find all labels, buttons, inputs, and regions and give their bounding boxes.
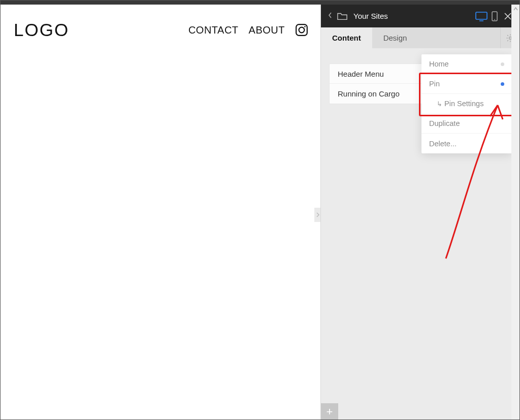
site-preview-canvas: LOGO CONTACT ABOUT <box>1 5 321 420</box>
svg-rect-0 <box>296 24 307 36</box>
tab-design[interactable]: Design <box>372 27 418 48</box>
add-page-button[interactable]: + <box>321 403 338 420</box>
svg-point-2 <box>304 26 306 27</box>
browser-tab-strip <box>1 1 519 5</box>
breadcrumb-title[interactable]: Your Sites <box>353 12 388 20</box>
nav-link-about[interactable]: ABOUT <box>249 24 285 36</box>
ctx-label-home: Home <box>429 60 449 68</box>
back-chevron-icon[interactable] <box>327 12 333 20</box>
ctx-item-duplicate[interactable]: Duplicate <box>421 114 512 134</box>
instagram-icon[interactable] <box>295 23 308 37</box>
admin-topbar: Your Sites <box>321 5 519 27</box>
tab-content[interactable]: Content <box>321 27 372 48</box>
svg-point-6 <box>494 19 495 20</box>
device-desktop-icon[interactable] <box>475 11 488 21</box>
ctx-label-delete: Delete... <box>429 140 457 148</box>
status-dot-blue-icon <box>501 82 504 86</box>
browser-scrollbar[interactable] <box>511 5 519 420</box>
admin-tabs: Content Design <box>321 27 519 48</box>
status-dot-grey-icon <box>501 62 504 66</box>
site-logo[interactable]: LOGO <box>14 20 69 40</box>
ctx-item-delete[interactable]: Delete... <box>421 134 512 153</box>
ctx-label-pin-settings: Pin Settings <box>444 100 483 108</box>
ctx-item-home[interactable]: Home <box>421 54 512 74</box>
return-arrow-icon: ↳ <box>437 100 442 108</box>
plus-icon: + <box>327 405 333 418</box>
svg-rect-3 <box>476 12 487 19</box>
site-header: LOGO CONTACT ABOUT <box>1 5 321 40</box>
nav-link-contact[interactable]: CONTACT <box>188 24 239 36</box>
svg-point-1 <box>299 27 305 33</box>
ctx-label-pin: Pin <box>429 80 440 88</box>
scroll-up-icon[interactable] <box>511 5 519 13</box>
ctx-label-duplicate: Duplicate <box>429 119 460 127</box>
folder-icon <box>337 12 347 20</box>
admin-body: Header Menu Running on Cargo Home Pin ↳ … <box>321 48 519 112</box>
device-mobile-icon[interactable] <box>491 11 498 21</box>
ctx-item-pin-settings[interactable]: ↳ Pin Settings <box>421 94 512 114</box>
context-menu: Home Pin ↳ Pin Settings Duplicate Delete… <box>421 54 512 153</box>
ctx-item-pin[interactable]: Pin <box>421 74 512 94</box>
admin-panel: Your Sites Content Desig <box>320 5 519 420</box>
